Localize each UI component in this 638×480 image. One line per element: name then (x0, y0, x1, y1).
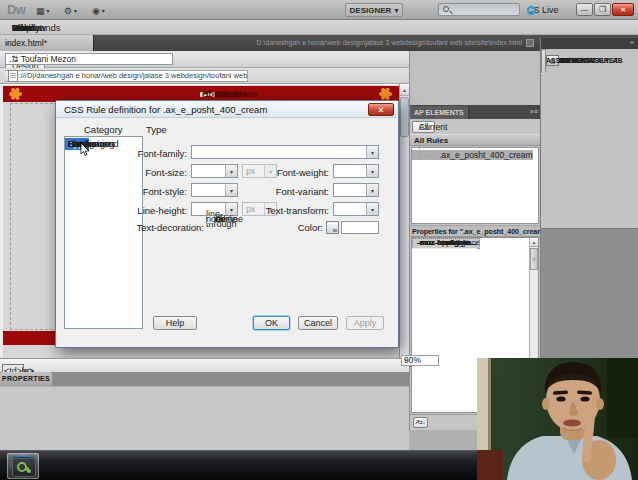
panel-menu-icon[interactable]: »≡ (530, 108, 538, 115)
properties-panel-tab[interactable]: PROPERTIES (0, 372, 52, 386)
font-style-label: Font-style: (92, 186, 187, 197)
section-title: Type (146, 124, 167, 135)
dreamweaver-window: Dw ▦▾ ⚙▾ ◉▾ DESIGNER▾ CS Live — ❐ × File… (0, 0, 638, 480)
category-label: Category (84, 124, 123, 135)
cancel-button[interactable]: Cancel (298, 316, 338, 330)
color-input[interactable] (341, 221, 379, 234)
all-rules-header: All Rules (410, 134, 540, 146)
font-family-label: Font-family: (92, 148, 187, 159)
font-style-select[interactable]: ▾ (191, 183, 238, 197)
key-tool-icon[interactable] (7, 453, 39, 479)
layout-switcher-icon[interactable]: ▦▾ (36, 4, 50, 17)
title-input[interactable]: ..:: Toufani Mezon (5, 53, 173, 65)
status-bar: <body><table><tr><td> 90%▾ (0, 358, 409, 372)
ok-button[interactable]: OK (253, 316, 290, 330)
font-weight-label: Font-weight: (251, 167, 329, 178)
font-variant-label: Font-variant: (251, 186, 329, 197)
document-scrollbar[interactable]: ▲ (399, 84, 409, 358)
dock-panel-button[interactable]: ASSETS (541, 49, 546, 73)
menu-bar: FileEditViewInsertModifyFormatCommandsSi… (0, 20, 638, 35)
document-tab[interactable]: index.html* × (0, 35, 94, 51)
workspace-switcher[interactable]: DESIGNER▾ (345, 3, 403, 17)
set-properties-view-icon[interactable]: *↓ (413, 417, 428, 428)
minimize-button[interactable]: — (576, 3, 593, 16)
dialog-title-bar[interactable]: CSS Rule definition for .ax_e_posht_400_… (56, 101, 398, 118)
help-button[interactable]: Help (153, 316, 197, 330)
color-label: Color: (271, 222, 323, 233)
scroll-up-icon[interactable]: ▲ (400, 84, 409, 96)
cs-live-button[interactable]: CS Live (527, 3, 559, 17)
webcam-overlay (477, 358, 638, 480)
search-input[interactable] (438, 3, 520, 16)
css-rule-definition-dialog: CSS Rule definition for .ax_e_posht_400_… (55, 100, 399, 348)
properties-panel-bar: PROPERTIES (0, 372, 409, 386)
style-tree-rule[interactable]: .ax_e_posht_400_cream (412, 150, 533, 160)
zoom-level-select[interactable]: 90%▾ (401, 355, 439, 366)
font-size-select[interactable]: ▾ (191, 164, 238, 178)
text-transform-label: Text-transform: (251, 205, 329, 216)
cascade-icon[interactable] (526, 39, 534, 47)
document-tab-label: index.html* (5, 38, 47, 48)
color-swatch[interactable] (326, 221, 339, 234)
cs-live-icon (527, 6, 536, 15)
search-icon (443, 6, 449, 12)
apply-button: Apply (346, 316, 384, 330)
text-transform-select[interactable]: ▾ (333, 202, 379, 216)
panel-tab[interactable]: AP ELEMENTS (410, 106, 469, 119)
dialog-close-button[interactable]: × (368, 103, 394, 116)
page-icon[interactable] (8, 70, 18, 82)
extend-gear-icon[interactable]: ⚙▾ (64, 4, 77, 17)
font-size-label: Font-size: (92, 167, 187, 178)
panel-tabs: CSS STYLESAP ELEMENTS (410, 105, 540, 119)
line-height-label: Line-height: (92, 205, 187, 216)
properties-panel-body (0, 386, 409, 450)
flower-icon (8, 86, 23, 101)
dock-empty-area (541, 228, 638, 358)
document-path: D:\daneshgah e honar\web design\jalase 3… (230, 37, 522, 49)
dock-header[interactable]: « (541, 38, 638, 49)
scroll-thumb[interactable] (400, 97, 409, 137)
flower-icon (378, 86, 393, 101)
dreamweaver-logo: Dw (7, 2, 26, 17)
rules-tree[interactable]: <style> body.ax_e_posht_400_cream (411, 147, 539, 224)
properties-for-header: Properties for ".ax_e_posht_400_cream" (410, 225, 540, 237)
site-icon[interactable]: ◉▾ (92, 4, 105, 17)
property-row[interactable]: -moz-box-direc... (412, 238, 477, 249)
panel-filler (409, 51, 540, 105)
address-input[interactable]: file:///D|/daneshgah e honar/web design/… (5, 70, 248, 82)
scroll-thumb[interactable]: ≡ (530, 248, 538, 270)
restore-button[interactable]: ❐ (594, 3, 611, 16)
panel-mode-buttons: AllCurrent (410, 119, 540, 134)
panel-dock: « ADOBE BROWSERLAB INSERT CSS STYLES (540, 38, 638, 358)
text-decoration-label: Text-decoration: (109, 222, 204, 233)
mouse-cursor (80, 143, 90, 157)
mode-button[interactable]: Current (412, 121, 454, 133)
font-weight-select[interactable]: ▾ (333, 164, 379, 178)
font-family-select[interactable]: ▾ (191, 145, 379, 159)
close-button[interactable]: × (612, 3, 634, 16)
scroll-up-icon[interactable]: ▲ (530, 238, 538, 247)
font-variant-select[interactable]: ▾ (333, 183, 379, 197)
menu-item[interactable]: Help (4, 22, 40, 33)
file-management-icon[interactable]: ⇅ (11, 54, 19, 64)
tab-close-icon[interactable]: × (5, 39, 10, 48)
